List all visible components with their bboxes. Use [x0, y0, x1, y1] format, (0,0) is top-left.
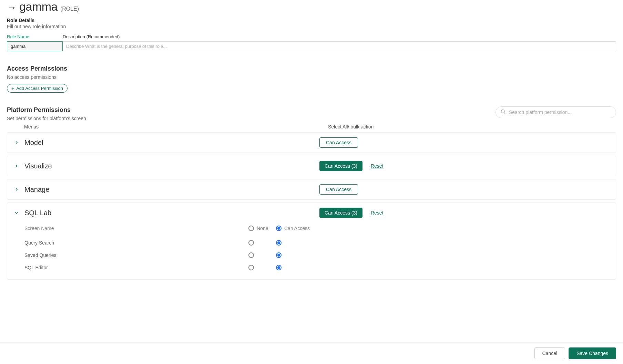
chevron-right-icon[interactable]	[14, 164, 24, 168]
description-label: Description (Recommended)	[63, 34, 616, 39]
role-name-input[interactable]	[7, 41, 63, 51]
svg-line-1	[504, 113, 505, 114]
none-header-radio[interactable]	[248, 226, 254, 231]
role-tag: (ROLE)	[60, 6, 79, 12]
screen-name: Saved Queries	[24, 252, 248, 258]
screen-row-query-search: Query Search	[24, 237, 609, 249]
none-radio[interactable]	[248, 252, 254, 258]
role-details-heading: Role Details	[7, 18, 616, 23]
screen-name: SQL Editor	[24, 265, 248, 270]
can-access-header-label: Can Access	[284, 226, 310, 231]
column-select-all-header: Select All/ bulk action	[328, 124, 374, 129]
search-icon	[500, 109, 506, 116]
permission-name: Visualize	[24, 162, 319, 170]
chevron-right-icon[interactable]	[14, 187, 24, 192]
can-access-header-radio[interactable]	[276, 226, 282, 231]
none-radio[interactable]	[248, 265, 254, 270]
screen-row-sql-editor: SQL Editor	[24, 261, 609, 274]
plus-icon: +	[11, 86, 14, 91]
add-access-permission-button[interactable]: + Add Access Permission	[7, 84, 68, 93]
svg-point-0	[501, 110, 504, 113]
column-menus-header: Menus	[24, 124, 328, 129]
screen-name: Query Search	[24, 240, 248, 246]
chevron-down-icon[interactable]	[14, 210, 24, 215]
permission-row-manage: Manage Can Access	[7, 179, 616, 200]
can-access-radio[interactable]	[276, 265, 282, 270]
arrow-right-icon: →	[7, 2, 17, 13]
reset-link[interactable]: Reset	[371, 210, 384, 216]
none-header-label: None	[257, 226, 268, 231]
screen-name-header: Screen Name	[24, 226, 248, 231]
search-input[interactable]	[496, 106, 616, 118]
permission-row-model: Model Can Access	[7, 132, 616, 153]
permission-name: Manage	[24, 186, 319, 194]
can-access-radio[interactable]	[276, 252, 282, 258]
chevron-right-icon[interactable]	[14, 140, 24, 145]
can-access-button[interactable]: Can Access	[319, 137, 358, 148]
no-access-text: No access permissions	[7, 74, 616, 80]
permission-name: SQL Lab	[24, 209, 319, 217]
platform-permissions-heading: Platform Permissions	[7, 106, 496, 114]
permission-row-visualize: Visualize Can Access (3) Reset	[7, 156, 616, 176]
permission-name: Model	[24, 139, 319, 147]
description-input[interactable]	[63, 41, 616, 51]
add-access-label: Add Access Permission	[16, 86, 63, 91]
can-access-button[interactable]: Can Access (3)	[319, 208, 362, 218]
access-permissions-heading: Access Permissions	[7, 65, 616, 72]
can-access-button[interactable]: Can Access	[319, 184, 358, 195]
screen-row-saved-queries: Saved Queries	[24, 249, 609, 261]
can-access-radio[interactable]	[276, 240, 282, 246]
reset-link[interactable]: Reset	[371, 163, 384, 169]
platform-permissions-subheading: Set permissions for platform's screen	[7, 116, 496, 121]
can-access-button[interactable]: Can Access (3)	[319, 161, 362, 171]
role-name-label: Role Name	[7, 34, 63, 39]
page-title: gamma	[19, 0, 58, 13]
role-details-subheading: Fill out new role information	[7, 24, 616, 29]
none-radio[interactable]	[248, 240, 254, 246]
permission-row-sql-lab: SQL Lab Can Access (3) Reset Screen Name…	[7, 202, 616, 280]
